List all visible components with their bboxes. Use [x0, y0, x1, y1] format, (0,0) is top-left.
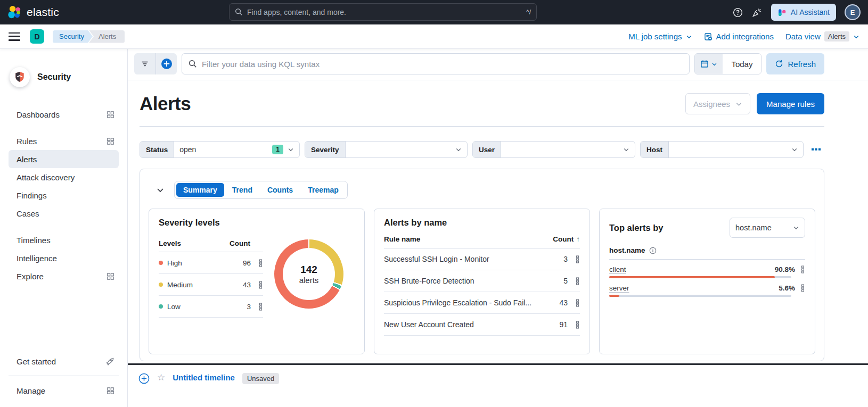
- top-alert-row-server: server5.6%: [609, 284, 805, 297]
- security-sidebar: Security DashboardsRulesAlertsAttack dis…: [0, 49, 128, 407]
- more-filters-icon[interactable]: [812, 147, 821, 152]
- rocket-icon: [106, 357, 114, 366]
- severity-row-medium: Medium43: [159, 274, 263, 296]
- refresh-icon: [775, 60, 783, 68]
- rule-name[interactable]: SSH Brute-Force Detection: [384, 277, 550, 285]
- host-name-link[interactable]: client: [609, 265, 626, 273]
- rule-name[interactable]: New User Account Created: [384, 320, 550, 329]
- sidebar-item-rules[interactable]: Rules: [9, 132, 119, 150]
- row-actions-icon[interactable]: [258, 281, 263, 289]
- chevron-down-icon: [791, 146, 798, 153]
- filter-controls-group: [134, 53, 177, 74]
- rule-alert-count: 3: [550, 255, 568, 263]
- row-actions-icon[interactable]: [258, 259, 263, 267]
- sidebar-item-label: Findings: [17, 191, 114, 200]
- timeline-title[interactable]: Untitled timeline: [173, 373, 235, 382]
- sidebar-item-label: Alerts: [17, 155, 114, 164]
- help-icon[interactable]: [733, 7, 743, 18]
- space-avatar[interactable]: D: [30, 29, 44, 44]
- sidebar-item-attack-discovery[interactable]: Attack discovery: [9, 168, 119, 186]
- host-name-link[interactable]: server: [609, 284, 629, 292]
- sidebar-item-cases[interactable]: Cases: [9, 204, 119, 222]
- sidebar-item-findings[interactable]: Findings: [9, 186, 119, 204]
- count-column-header[interactable]: Count↑: [553, 235, 580, 243]
- security-app-icon: [10, 67, 30, 87]
- severity-level-label: Low: [167, 303, 181, 311]
- search-icon: [189, 60, 197, 68]
- row-actions-icon[interactable]: [575, 299, 580, 307]
- manage-rules-button[interactable]: Manage rules: [757, 93, 824, 114]
- row-actions-icon[interactable]: [800, 284, 805, 292]
- field-select-value: host.name: [735, 223, 772, 232]
- filter-severity[interactable]: Severity: [305, 141, 468, 158]
- elastic-logo[interactable]: elastic: [7, 5, 59, 20]
- user-avatar[interactable]: E: [845, 4, 861, 20]
- query-bar: Today Refresh: [128, 49, 868, 80]
- tab-treemap[interactable]: Treemap: [301, 183, 346, 197]
- calendar-dropdown-button[interactable]: [695, 54, 723, 74]
- favorite-star-icon[interactable]: ☆: [157, 373, 165, 382]
- data-view-picker[interactable]: Data view Alerts: [785, 31, 859, 41]
- sidebar-item-alerts[interactable]: Alerts: [9, 150, 119, 168]
- filter-host[interactable]: Host: [640, 141, 804, 158]
- rule-name[interactable]: Successful SSH Login - Monitor: [384, 255, 550, 263]
- filter-count-badge: 1: [272, 145, 283, 154]
- global-search-input[interactable]: Find apps, content, and more. ^/: [229, 3, 537, 21]
- sidebar-item-explore[interactable]: Explore: [9, 267, 119, 285]
- ml-job-settings-link[interactable]: ML job settings: [628, 32, 692, 41]
- saved-query-filter-icon[interactable]: [134, 53, 155, 74]
- severity-donut-chart[interactable]: 142 alerts: [274, 239, 343, 309]
- row-actions-icon[interactable]: [575, 277, 580, 285]
- kql-input[interactable]: [202, 60, 683, 69]
- sidebar-footer-nav: Get startedManage: [9, 352, 119, 400]
- field-name-label: host.name: [609, 246, 645, 254]
- ml-job-settings-label: ML job settings: [628, 32, 682, 41]
- add-filter-button[interactable]: [155, 53, 177, 74]
- rule-alert-count: 43: [550, 298, 568, 307]
- breadcrumb-security[interactable]: Security: [53, 30, 93, 43]
- sidebar-divider: [9, 376, 119, 376]
- collapse-charts-icon[interactable]: [156, 186, 165, 194]
- tab-trend[interactable]: Trend: [225, 183, 259, 197]
- sidebar-item-dashboards[interactable]: Dashboards: [9, 105, 119, 123]
- add-timeline-icon[interactable]: [138, 373, 150, 384]
- tab-summary[interactable]: Summary: [176, 183, 224, 197]
- tab-counts[interactable]: Counts: [260, 183, 300, 197]
- donut-total-label: alerts: [299, 276, 319, 285]
- row-actions-icon[interactable]: [575, 255, 580, 263]
- menu-icon[interactable]: [9, 32, 20, 41]
- date-range-label[interactable]: Today: [723, 54, 761, 74]
- elastic-logo-text: elastic: [27, 6, 59, 19]
- sidebar-item-get-started[interactable]: Get started: [9, 352, 119, 370]
- kql-search-bar[interactable]: [182, 53, 690, 74]
- sidebar-item-label: Timelines: [17, 236, 114, 245]
- data-view-label: Data view: [785, 32, 821, 41]
- info-icon[interactable]: [649, 247, 657, 254]
- chevron-down-icon: [288, 146, 294, 153]
- severity-count: 96: [243, 259, 251, 267]
- shortcut-hint: ^/: [526, 9, 531, 16]
- filter-user[interactable]: User: [472, 141, 635, 158]
- sidebar-item-timelines[interactable]: Timelines: [9, 231, 119, 249]
- assignees-dropdown[interactable]: Assignees: [685, 93, 750, 114]
- ai-assistant-button[interactable]: AI Assistant: [771, 4, 836, 21]
- assignees-label: Assignees: [693, 99, 730, 109]
- page-title: Alerts: [140, 93, 191, 114]
- apps-grid-icon: [107, 387, 114, 395]
- sidebar-item-manage[interactable]: Manage: [9, 381, 119, 400]
- rule-alert-count: 91: [550, 320, 568, 329]
- refresh-button[interactable]: Refresh: [766, 53, 824, 74]
- chevron-down-icon: [853, 34, 859, 40]
- row-actions-icon[interactable]: [575, 321, 580, 329]
- top-alerts-field-select[interactable]: host.name: [730, 218, 805, 238]
- row-actions-icon[interactable]: [800, 265, 805, 273]
- filter-status[interactable]: Statusopen1: [140, 141, 300, 158]
- party-popper-icon[interactable]: [752, 7, 763, 18]
- add-integrations-link[interactable]: Add integrations: [704, 32, 774, 41]
- severity-col-count: Count: [230, 239, 263, 247]
- sidebar-item-intelligence[interactable]: Intelligence: [9, 249, 119, 267]
- rule-name[interactable]: Suspicious Privilege Escalation - Sudo F…: [384, 298, 550, 307]
- row-actions-icon[interactable]: [258, 303, 263, 311]
- alert-rule-row: New User Account Created91: [384, 314, 580, 336]
- severity-level-label: High: [167, 259, 182, 267]
